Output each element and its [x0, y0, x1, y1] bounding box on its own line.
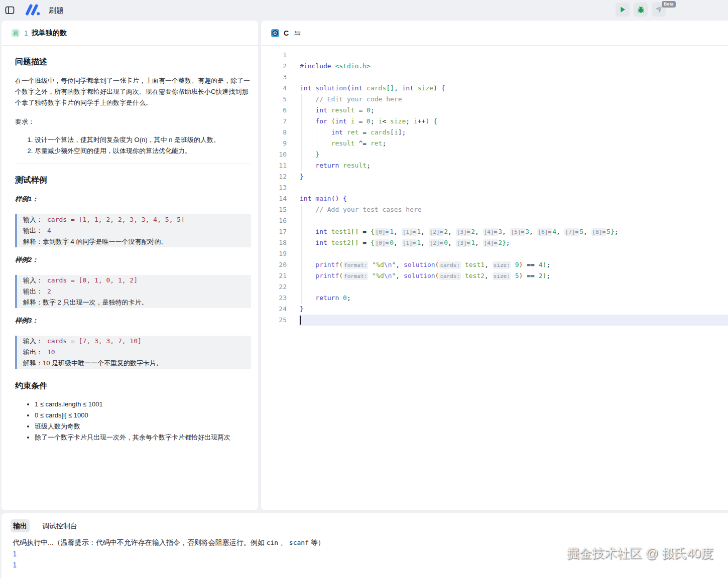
code-token: ( — [339, 272, 343, 279]
code-token — [300, 128, 331, 136]
code-token: ; — [382, 139, 386, 147]
code-line[interactable]: 22 — [261, 281, 728, 293]
sidebar-toggle-button[interactable] — [5, 6, 15, 15]
code-token — [339, 162, 343, 169]
code-token: ; — [367, 162, 371, 169]
debug-button[interactable] — [634, 3, 648, 17]
code-token — [327, 239, 331, 246]
line-number: 18 — [261, 237, 287, 248]
sample-title: 样例2： — [15, 254, 251, 265]
run-button[interactable] — [616, 3, 630, 17]
code-line[interactable]: 9 result ^= ret; — [261, 138, 728, 149]
code-line[interactable]: 8 int ret = cards[i]; — [261, 127, 728, 138]
code-line[interactable]: 10 } — [261, 149, 728, 160]
sample-block: 输入：cards = [1, 1, 2, 2, 3, 3, 4, 5, 5]输出… — [15, 214, 251, 247]
code-line[interactable]: 1 — [261, 50, 728, 61]
code-token: printf — [315, 261, 339, 268]
code-line-content: int main() { — [300, 193, 347, 204]
code-token: 5 — [515, 272, 519, 279]
code-token — [300, 117, 315, 125]
code-line[interactable]: 23 return 0; — [261, 293, 728, 304]
code-line[interactable]: 3 — [261, 72, 728, 83]
sample-output-row: 输出：10 — [23, 347, 247, 358]
code-line[interactable]: 14int main() { — [261, 193, 728, 204]
line-number: 14 — [261, 193, 287, 204]
code-token — [429, 117, 433, 125]
code-editor[interactable]: 12#include <stdio.h>34int solution(int c… — [261, 46, 728, 510]
sample-explain-label: 解释： — [23, 299, 43, 306]
language-label[interactable]: C — [284, 29, 289, 37]
line-number: 5 — [261, 94, 287, 105]
code-token: int — [300, 84, 311, 92]
code-line[interactable]: 12} — [261, 171, 728, 182]
code-line-content: } — [300, 304, 304, 315]
code-token: , — [475, 239, 479, 246]
code-token — [300, 139, 331, 147]
code-line[interactable]: 6 int result = 0; — [261, 105, 728, 116]
indent-guide — [301, 248, 302, 259]
console-tab-debug[interactable]: 调试控制台 — [40, 519, 80, 532]
line-number: 11 — [261, 160, 287, 171]
code-token: ; — [546, 261, 550, 268]
code-line[interactable]: 2#include <stdio.h> — [261, 61, 728, 72]
switch-language-icon[interactable] — [294, 30, 301, 36]
line-number: 7 — [261, 116, 287, 127]
code-line[interactable]: 20 printf(format: "%d\n", solution(cards… — [261, 259, 728, 270]
code-token: main — [315, 195, 331, 202]
code-line-content: int solution(int cards[], int size) { — [300, 83, 445, 94]
code-line-content: // Add your test cases here — [300, 204, 422, 215]
sample-explain-label: 解释： — [23, 238, 43, 245]
code-line[interactable]: 24} — [261, 304, 728, 315]
code-line[interactable]: 21 printf(format: "%d\n", solution(cards… — [261, 270, 728, 281]
problem-index: 1 — [24, 29, 28, 37]
code-token: , — [556, 228, 560, 235]
inline-code: cin — [267, 539, 278, 546]
code-token: 3 — [498, 228, 502, 235]
code-line[interactable]: 4int solution(int cards[], int size) { — [261, 83, 728, 94]
code-line[interactable]: 17 int test1[] = {[0]=1, [1]=1, [2]=2, [… — [261, 226, 728, 237]
code-token — [560, 228, 564, 235]
code-token: 0 — [367, 106, 371, 114]
console: 输出调试控制台 代码执行中...（温馨提示：代码中不允许存在输入指令，否则将会阻… — [2, 513, 728, 570]
editor-panel: C 12#include <stdio.h>34int solution(int… — [261, 21, 728, 510]
code-token: ( — [435, 261, 439, 268]
code-token — [343, 128, 347, 136]
code-token — [523, 261, 527, 268]
code-token — [367, 239, 371, 246]
code-line[interactable]: 7 for (int i = 0; i< size; i++) { — [261, 116, 728, 127]
code-line[interactable]: 25 — [261, 315, 728, 326]
code-token — [367, 228, 371, 235]
sample-output-label: 输出： — [23, 287, 43, 295]
code-token: , — [394, 84, 398, 92]
description-heading: 问题描述 — [15, 55, 251, 68]
code-line[interactable]: 19 — [261, 248, 728, 259]
sample-input-value: cards = [7, 3, 3, 7, 10] — [47, 337, 142, 345]
inlay-hint: [1]= — [402, 228, 417, 236]
topbar-divider — [45, 6, 45, 14]
code-token — [398, 239, 402, 246]
code-token: ; — [406, 117, 410, 125]
submit-plane-icon — [655, 6, 663, 14]
code-line[interactable]: 16 — [261, 215, 728, 226]
code-line[interactable]: 13 — [261, 182, 728, 193]
code-token: test1 — [465, 261, 484, 268]
code-token: ) — [433, 84, 437, 92]
code-token — [367, 128, 371, 136]
code-token: 1 — [471, 239, 475, 246]
code-token: { — [433, 117, 437, 125]
code-line[interactable]: 5 // Edit your code here — [261, 94, 728, 105]
code-token: ; — [615, 228, 619, 235]
inlay-hint: [8]= — [591, 228, 606, 236]
code-token: cards — [367, 84, 386, 92]
code-token: int — [315, 228, 327, 235]
code-token: 0 — [390, 239, 394, 246]
sample-input-label: 输入： — [23, 337, 43, 345]
code-line[interactable]: 18 int test2[] = {[0]=0, [1]=1, [2]=0, [… — [261, 237, 728, 248]
console-tab-output[interactable]: 输出 — [11, 519, 30, 532]
code-line[interactable]: 11 return result; — [261, 160, 728, 171]
line-number: 23 — [261, 293, 287, 304]
code-token: int — [315, 239, 327, 246]
code-line[interactable]: 15 // Add your test cases here — [261, 204, 728, 215]
code-token — [489, 272, 493, 279]
line-number: 12 — [261, 171, 287, 182]
